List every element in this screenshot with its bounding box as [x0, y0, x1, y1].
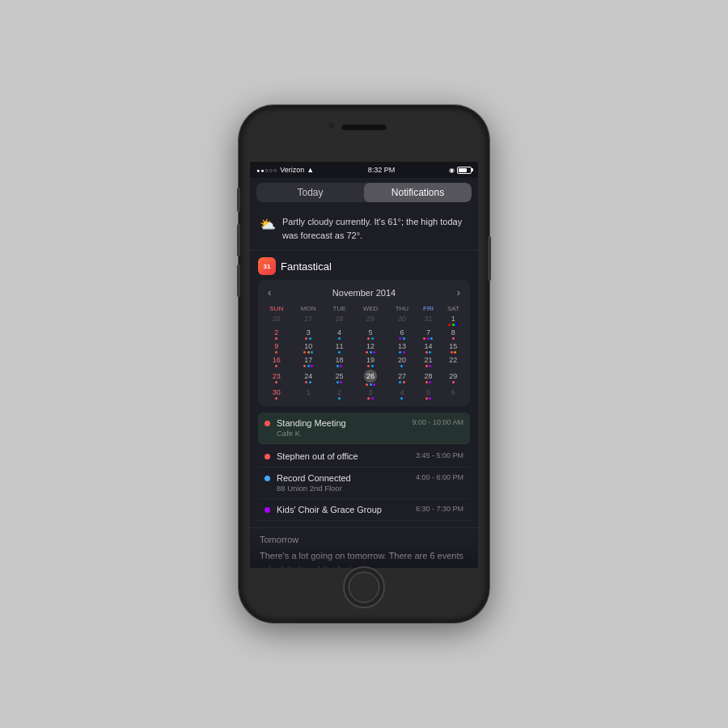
volume-down-button[interactable] — [237, 265, 240, 297]
calendar-week-row: 30123456 — [261, 387, 467, 401]
calendar-day[interactable]: 6 — [387, 328, 417, 341]
calendar-day[interactable]: 2 — [325, 387, 353, 401]
calendar-day[interactable]: 2 — [261, 328, 291, 341]
event-time: 3:45 - 5:00 PM — [416, 451, 463, 459]
phone-screen: ●●○○○ Verizon ▲ 8:32 PM ◉ Today Notifica… — [250, 162, 478, 568]
calendar-day[interactable]: 4 — [387, 387, 417, 401]
calendar-week-row: 2627282930311 — [261, 314, 467, 328]
calendar-day[interactable]: 12 — [353, 341, 387, 355]
calendar-day[interactable]: 23 — [261, 369, 291, 387]
event-title: Standing Meeting — [277, 418, 405, 428]
calendar-day[interactable]: 14 — [417, 341, 440, 355]
calendar-day[interactable]: 11 — [325, 341, 353, 355]
cal-next-button[interactable]: › — [457, 286, 460, 298]
calendar-day[interactable]: 29 — [353, 314, 387, 328]
wifi-icon: ▲ — [307, 166, 314, 174]
calendar-day[interactable]: 30 — [387, 314, 417, 328]
event-info: Kids' Choir & Grace Group — [277, 505, 409, 514]
calendar-day[interactable]: 25 — [325, 369, 353, 387]
cal-day-header-fri: FRI — [417, 303, 440, 314]
status-left: ●●○○○ Verizon ▲ — [256, 166, 314, 174]
event-item[interactable]: Standing MeetingCafe K9:00 - 10:00 AM — [258, 413, 470, 444]
events-list: Standing MeetingCafe K9:00 - 10:00 AMSte… — [258, 413, 470, 521]
event-item[interactable]: Kids' Choir & Grace Group6:30 - 7:30 PM — [258, 499, 470, 521]
event-item[interactable]: Stephen out of office3:45 - 5:00 PM — [258, 446, 470, 468]
cal-day-header-sun: SUN — [261, 303, 291, 314]
event-title: Record Connected — [277, 473, 409, 483]
power-button[interactable] — [488, 236, 491, 281]
camera — [328, 121, 336, 129]
cal-day-header-sat: SAT — [440, 303, 467, 314]
calendar-day[interactable]: 26 — [353, 369, 387, 387]
calendar-day[interactable]: 20 — [387, 355, 417, 369]
event-title: Stephen out of office — [277, 451, 409, 461]
calendar-day[interactable]: 7 — [417, 328, 440, 341]
calendar-day[interactable]: 6 — [440, 387, 467, 401]
calendar-day[interactable]: 10 — [291, 341, 324, 355]
tab-notifications[interactable]: Notifications — [364, 183, 472, 202]
calendar-day[interactable]: 15 — [440, 341, 467, 355]
calendar-day[interactable]: 3 — [291, 328, 324, 341]
calendar-week-row: 2345678 — [261, 328, 467, 341]
calendar-day[interactable]: 29 — [440, 369, 467, 387]
calendar-day[interactable]: 19 — [353, 355, 387, 369]
event-color-dot — [265, 454, 270, 459]
calendar-day[interactable]: 3 — [353, 387, 387, 401]
calendar-day[interactable]: 27 — [387, 369, 417, 387]
time-display: 8:32 PM — [368, 166, 396, 174]
calendar-day[interactable]: 27 — [291, 314, 324, 328]
calendar-day[interactable]: 17 — [291, 355, 324, 369]
calendar-grid: SUNMONTUEWEDTHUFRISAT 262728293031123456… — [261, 303, 467, 401]
event-info: Record Connected88 Union 2nd Floor — [277, 473, 409, 493]
event-item[interactable]: Record Connected88 Union 2nd Floor4:00 -… — [258, 468, 470, 499]
calendar-day[interactable]: 18 — [325, 355, 353, 369]
calendar-day[interactable]: 28 — [417, 369, 440, 387]
calendar-day[interactable]: 24 — [291, 369, 324, 387]
battery-indicator — [457, 167, 472, 174]
earpiece — [342, 125, 387, 130]
status-bar: ●●○○○ Verizon ▲ 8:32 PM ◉ — [250, 162, 478, 178]
event-subtitle: 88 Union 2nd Floor — [277, 484, 409, 493]
cal-prev-button[interactable]: ‹ — [268, 286, 271, 298]
calendar-day[interactable]: 5 — [353, 328, 387, 341]
event-subtitle: Cafe K — [277, 429, 405, 438]
status-right: ◉ — [449, 167, 472, 174]
location-icon: ◉ — [449, 167, 455, 174]
calendar-month-label: November 2014 — [332, 288, 396, 298]
calendar-day[interactable]: 4 — [325, 328, 353, 341]
home-button[interactable] — [343, 566, 385, 608]
carrier-label: Verizon — [280, 166, 304, 174]
calendar-week-row: 23242526272829 — [261, 369, 467, 387]
calendar-day[interactable]: 8 — [440, 328, 467, 341]
cal-day-header-mon: MON — [291, 303, 324, 314]
tab-bar: Today Notifications — [256, 183, 472, 202]
calendar-day[interactable]: 13 — [387, 341, 417, 355]
weather-widget: ⛅ Partly cloudy currently. It's 61°; the… — [250, 207, 478, 251]
calendar-week-row: 16171819202122 — [261, 355, 467, 369]
volume-up-button[interactable] — [237, 224, 240, 256]
calendar-day[interactable]: 31 — [417, 314, 440, 328]
event-title: Kids' Choir & Grace Group — [277, 505, 409, 514]
calendar-day[interactable]: 30 — [261, 387, 291, 401]
calendar-day[interactable]: 21 — [417, 355, 440, 369]
calendar-day[interactable]: 5 — [417, 387, 440, 401]
calendar-day[interactable]: 26 — [261, 314, 291, 328]
battery-fill — [459, 168, 467, 172]
screen-content: ●●○○○ Verizon ▲ 8:32 PM ◉ Today Notifica… — [250, 162, 478, 568]
calendar-day[interactable]: 9 — [261, 341, 291, 355]
calendar-day[interactable]: 1 — [291, 387, 324, 401]
calendar-widget: ‹ November 2014 › SUNMONTUEWEDTHUFRISAT … — [258, 280, 470, 406]
event-time: 4:00 - 6:00 PM — [416, 473, 463, 481]
main-content[interactable]: ⛅ Partly cloudy currently. It's 61°; the… — [250, 207, 478, 568]
weather-text: Partly cloudy currently. It's 61°; the h… — [282, 215, 468, 242]
event-info: Standing MeetingCafe K — [277, 418, 405, 438]
tab-today[interactable]: Today — [256, 183, 364, 202]
calendar-body: 2627282930311234567891011121314151617181… — [261, 314, 467, 401]
calendar-day[interactable]: 28 — [325, 314, 353, 328]
phone-frame: ●●○○○ Verizon ▲ 8:32 PM ◉ Today Notifica… — [239, 105, 489, 623]
calendar-day[interactable]: 16 — [261, 355, 291, 369]
calendar-day[interactable]: 1 — [440, 314, 467, 328]
event-info: Stephen out of office — [277, 451, 409, 461]
calendar-day[interactable]: 22 — [440, 355, 467, 369]
event-time: 6:30 - 7:30 PM — [416, 505, 463, 513]
